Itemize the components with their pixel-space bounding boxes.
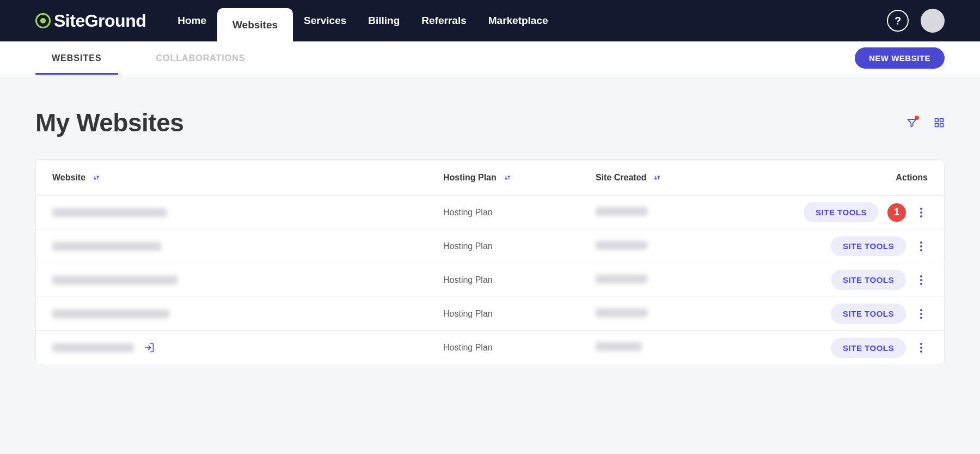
new-website-label: NEW WEBSITE — [869, 53, 930, 63]
view-controls — [906, 117, 945, 128]
new-website-button[interactable]: NEW WEBSITE — [855, 47, 945, 69]
brand-text: SiteGround — [54, 11, 146, 31]
site-tools-button[interactable]: SITE TOOLS — [804, 202, 879, 222]
svg-point-16 — [920, 343, 922, 345]
svg-point-9 — [920, 249, 922, 251]
cell-site-created — [596, 308, 748, 319]
page-header: My Websites — [35, 108, 945, 137]
row-more-actions-icon[interactable] — [915, 308, 928, 319]
th-plan-label: Hosting Plan — [443, 173, 497, 183]
site-tools-button[interactable]: SITE TOOLS — [831, 338, 906, 358]
cell-hosting-plan: Hosting Plan — [443, 343, 596, 353]
nav-services-label: Services — [304, 15, 346, 27]
page-container: My Websites Website — [0, 75, 980, 376]
svg-point-5 — [920, 211, 922, 214]
help-label: ? — [895, 15, 901, 27]
date-redacted — [596, 241, 647, 250]
nav-referrals[interactable]: Referrals — [411, 0, 477, 41]
subtab-websites-label: WEBSITES — [52, 53, 102, 63]
table-header: Website Hosting Plan Site Created Action… — [36, 160, 944, 196]
cell-hosting-plan: Hosting Plan — [443, 309, 596, 319]
th-created-label: Site Created — [596, 173, 646, 183]
cell-site-created — [596, 275, 748, 286]
sub-tabs: WEBSITES COLLABORATIONS — [35, 41, 261, 75]
date-redacted — [596, 308, 647, 317]
cell-actions: SITE TOOLS — [748, 270, 928, 290]
website-name-redacted — [52, 276, 177, 284]
sub-nav-bar: WEBSITES COLLABORATIONS NEW WEBSITE — [0, 41, 980, 75]
cell-hosting-plan: Hosting Plan — [443, 241, 596, 251]
subtab-collaborations[interactable]: COLLABORATIONS — [140, 41, 262, 75]
date-redacted — [596, 342, 642, 351]
row-more-actions-icon[interactable] — [915, 241, 928, 252]
sort-icon — [653, 173, 661, 182]
date-redacted — [596, 207, 647, 216]
svg-point-17 — [920, 347, 922, 349]
th-website-label: Website — [52, 173, 85, 183]
table-body: Hosting PlanSITE TOOLS1Hosting PlanSITE … — [36, 196, 944, 365]
cell-actions: SITE TOOLS — [748, 236, 928, 256]
cell-website[interactable] — [52, 342, 443, 353]
svg-point-4 — [920, 208, 922, 210]
cell-website[interactable] — [52, 310, 443, 318]
sort-icon — [92, 173, 101, 182]
cell-hosting-plan: Hosting Plan — [443, 275, 596, 285]
svg-rect-1 — [940, 119, 944, 122]
cell-website[interactable] — [52, 242, 443, 251]
svg-point-14 — [920, 313, 922, 315]
topbar-right: ? — [887, 0, 945, 41]
date-redacted — [596, 275, 647, 283]
row-more-actions-icon[interactable] — [915, 207, 928, 218]
nav-home[interactable]: Home — [167, 0, 217, 41]
row-more-actions-icon[interactable] — [915, 275, 928, 286]
user-avatar[interactable] — [921, 9, 945, 33]
brand-logo[interactable]: SiteGround — [35, 0, 146, 41]
th-actions: Actions — [748, 173, 928, 183]
page-title: My Websites — [35, 108, 183, 137]
row-more-actions-icon[interactable] — [915, 342, 928, 353]
website-name-redacted — [52, 242, 161, 251]
grid-view-icon[interactable] — [934, 117, 945, 128]
site-tools-button[interactable]: SITE TOOLS — [831, 304, 906, 324]
table-row: Hosting PlanSITE TOOLS1 — [36, 196, 944, 229]
nav-billing[interactable]: Billing — [357, 0, 411, 41]
th-site-created[interactable]: Site Created — [596, 173, 748, 183]
svg-rect-0 — [935, 119, 939, 122]
svg-point-18 — [920, 350, 922, 353]
annotation-badge: 1 — [887, 203, 906, 222]
cell-website[interactable] — [52, 208, 443, 217]
nav-referrals-label: Referrals — [421, 15, 466, 27]
cell-actions: SITE TOOLS1 — [748, 202, 928, 222]
website-name-redacted — [52, 208, 167, 217]
nav-websites-label: Websites — [232, 19, 278, 31]
subtab-collaborations-label: COLLABORATIONS — [156, 53, 246, 63]
top-navbar: SiteGround Home Websites Services Billin… — [0, 0, 980, 41]
filter-icon[interactable] — [906, 117, 917, 128]
svg-point-11 — [920, 279, 922, 281]
svg-rect-3 — [940, 124, 944, 127]
svg-point-6 — [920, 215, 922, 217]
cell-website[interactable] — [52, 276, 443, 284]
nav-marketplace[interactable]: Marketplace — [477, 0, 559, 41]
th-hosting-plan[interactable]: Hosting Plan — [443, 173, 596, 183]
svg-point-8 — [920, 245, 922, 247]
svg-rect-2 — [935, 124, 939, 127]
nav-services[interactable]: Services — [293, 0, 357, 41]
th-website[interactable]: Website — [52, 173, 443, 183]
svg-point-15 — [920, 317, 922, 319]
table-row: Hosting PlanSITE TOOLS — [36, 297, 944, 331]
nav-marketplace-label: Marketplace — [488, 15, 548, 27]
brand-snail-icon — [35, 13, 51, 28]
filter-active-dot — [915, 116, 919, 120]
wp-admin-login-icon[interactable] — [144, 342, 155, 353]
site-tools-button[interactable]: SITE TOOLS — [831, 270, 906, 290]
subtab-websites[interactable]: WEBSITES — [35, 41, 118, 75]
table-row: Hosting PlanSITE TOOLS — [36, 263, 944, 297]
nav-websites[interactable]: Websites — [217, 8, 293, 41]
site-tools-button[interactable]: SITE TOOLS — [831, 236, 906, 256]
help-icon[interactable]: ? — [887, 10, 909, 32]
cell-actions: SITE TOOLS — [748, 338, 928, 358]
nav-home-label: Home — [177, 15, 206, 27]
website-name-redacted — [52, 310, 169, 318]
websites-table: Website Hosting Plan Site Created Action… — [35, 159, 945, 365]
